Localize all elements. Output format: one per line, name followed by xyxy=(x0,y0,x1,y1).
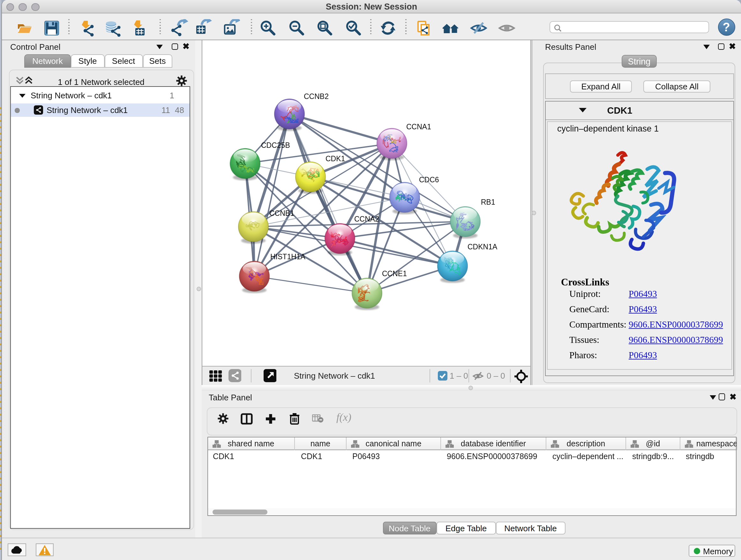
svg-text:RB1: RB1 xyxy=(481,198,495,206)
svg-text:CCNA2: CCNA2 xyxy=(354,215,379,223)
svg-text:HIST1H1A: HIST1H1A xyxy=(270,253,306,261)
svg-text:CCNA1: CCNA1 xyxy=(406,123,431,131)
svg-text:CDC6: CDC6 xyxy=(419,176,439,184)
svg-text:CDKN1A: CDKN1A xyxy=(467,243,497,251)
svg-text:CDC25B: CDC25B xyxy=(261,141,290,149)
svg-text:CCNB2: CCNB2 xyxy=(304,92,328,101)
svg-text:CDK1: CDK1 xyxy=(325,154,345,163)
svg-text:CCNB1: CCNB1 xyxy=(269,209,294,217)
svg-text:CCNE1: CCNE1 xyxy=(382,269,407,278)
